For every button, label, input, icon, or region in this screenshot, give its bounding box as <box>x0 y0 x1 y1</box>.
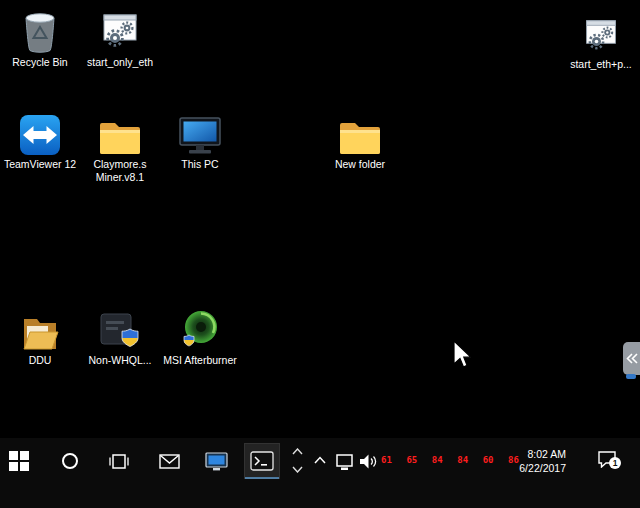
task-view-button[interactable] <box>108 452 130 470</box>
monitor-app-icon <box>205 452 228 471</box>
chevron-up-icon <box>292 448 303 455</box>
monitor-app-button[interactable] <box>204 451 228 471</box>
windows-logo-icon <box>9 451 29 471</box>
desktop-icon-teamviewer[interactable]: TeamViewer 12 <box>0 110 80 171</box>
desktop-icon-msi-afterburner[interactable]: MSI Afterburner <box>160 306 240 367</box>
batch-file-icon <box>97 8 143 54</box>
ethernet-icon <box>335 454 355 471</box>
batch-file-icon <box>578 10 624 56</box>
double-chevron-left-icon <box>626 353 638 364</box>
chevron-down-icon <box>292 466 303 473</box>
gpu-temp: 60 <box>483 455 494 465</box>
taskbar-clock[interactable]: 8:02 AM 6/22/2017 <box>500 447 566 475</box>
icon-label: start_only_eth <box>87 56 153 69</box>
start-button[interactable] <box>8 450 30 472</box>
desktop-icon-ddu[interactable]: DDU <box>0 306 80 367</box>
taskbar: 61 65 84 84 60 86 8:02 AM 6/22/2017 1 <box>0 438 640 508</box>
volume-tray-icon[interactable] <box>358 452 378 470</box>
icon-label: TeamViewer 12 <box>4 158 76 171</box>
taskbar-scroll-down-button[interactable] <box>289 462 305 477</box>
teamviewer-dock-accent <box>626 374 636 379</box>
msi-afterburner-icon <box>177 306 223 352</box>
desktop-icon-this-pc[interactable]: This PC <box>160 110 240 171</box>
chevron-up-icon <box>314 456 326 464</box>
network-tray-icon[interactable] <box>334 453 356 471</box>
desktop-icon-non-whql[interactable]: Non-WHQL... <box>80 306 160 367</box>
mail-envelope-icon <box>159 454 180 469</box>
icon-label: start_eth+p... <box>570 58 632 71</box>
this-pc-icon <box>177 110 223 156</box>
desktop-icon-start-eth-p[interactable]: start_eth+p... <box>561 10 640 71</box>
icon-label: Non-WHQL... <box>88 354 151 367</box>
gpu-temp: 84 <box>432 455 443 465</box>
command-prompt-taskbar-button[interactable] <box>245 444 279 478</box>
icon-label: This PC <box>181 158 218 171</box>
desktop-icon-start-only-eth[interactable]: start_only_eth <box>80 8 160 69</box>
desktop: Recycle Bin start_only_eth <box>0 0 640 508</box>
folder-icon <box>337 110 383 156</box>
icon-label: Recycle Bin <box>12 56 67 69</box>
icon-label: MSI Afterburner <box>163 354 237 367</box>
teamviewer-icon <box>17 110 63 156</box>
clock-date: 6/22/2017 <box>500 461 566 475</box>
cortana-button[interactable] <box>60 451 80 471</box>
desktop-icon-new-folder[interactable]: New folder <box>320 110 400 171</box>
desktop-icon-claymore-miner[interactable]: Claymore.s Miner.v8.1 <box>80 110 160 184</box>
mail-app-button[interactable] <box>158 453 180 469</box>
clock-time: 8:02 AM <box>500 447 566 461</box>
gpu-temps-tray[interactable]: 61 65 84 84 60 86 <box>381 455 519 465</box>
speaker-icon <box>359 453 378 470</box>
show-hidden-icons-button[interactable] <box>312 454 328 466</box>
recycle-bin-icon <box>17 8 63 54</box>
mouse-cursor <box>452 340 474 374</box>
icon-label: Claymore.s Miner.v8.1 <box>80 158 160 184</box>
driver-installer-icon <box>97 306 143 352</box>
task-view-icon <box>108 453 130 470</box>
desktop-icon-recycle-bin[interactable]: Recycle Bin <box>0 8 80 69</box>
notification-count-badge: 1 <box>609 457 621 469</box>
taskbar-scroll-up-button[interactable] <box>289 444 305 459</box>
folder-icon <box>97 110 143 156</box>
icon-label: New folder <box>335 158 385 171</box>
command-prompt-icon <box>250 451 274 471</box>
icon-label: DDU <box>29 354 52 367</box>
cortana-circle-icon <box>62 453 78 469</box>
gpu-temp: 65 <box>406 455 417 465</box>
teamviewer-dock-handle[interactable] <box>623 342 640 375</box>
gpu-temp: 84 <box>457 455 468 465</box>
open-folder-icon <box>17 306 63 352</box>
gpu-temp: 61 <box>381 455 392 465</box>
